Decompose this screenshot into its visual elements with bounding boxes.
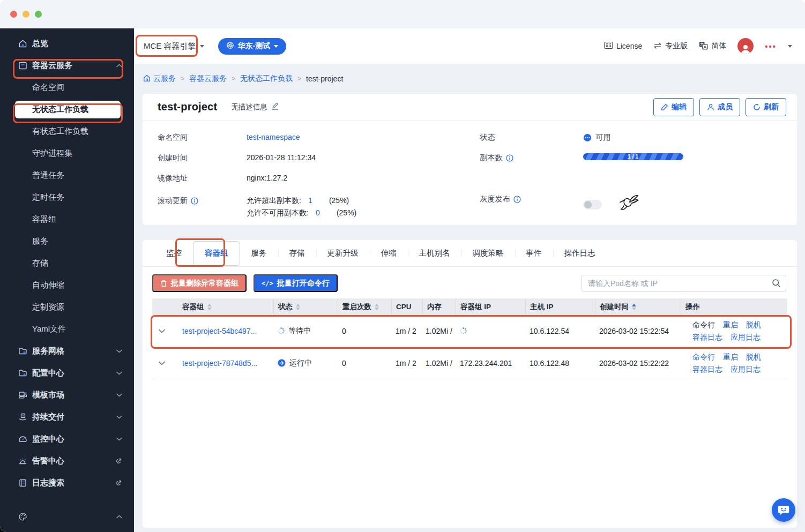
sidebar-item-services[interactable]: 服务 [0, 230, 134, 252]
sidebar-item-custom-resources[interactable]: 定制资源 [0, 296, 134, 318]
pod-restarts: 0 [338, 327, 391, 335]
row-expander[interactable] [152, 361, 172, 365]
monitor-icon [18, 434, 27, 444]
namespace-link[interactable]: test-namespace [247, 133, 300, 141]
external-link-icon [115, 479, 122, 486]
tab-operation-logs[interactable]: 操作日志 [553, 240, 607, 267]
replicas-count: 1 / 1 [628, 153, 638, 160]
column-header-status[interactable]: 状态 [273, 298, 338, 315]
tab-monitoring[interactable]: 监控 [155, 240, 193, 267]
refresh-button[interactable]: 刷新 [746, 98, 786, 116]
table-row: test-project-78748d5... 运行中 0 1m / 2 1.0… [152, 347, 787, 379]
column-header-created[interactable]: 创建时间 [595, 298, 681, 315]
tab-upgrade[interactable]: 更新升级 [316, 240, 370, 267]
tab-events[interactable]: 事件 [515, 240, 553, 267]
breadcrumb-separator: > [297, 75, 301, 83]
max-unavailable-value[interactable]: 0 [309, 208, 327, 218]
batch-delete-button[interactable]: 批量删除异常容器组 [152, 274, 247, 292]
members-button[interactable]: 成员 [699, 98, 740, 116]
image-label: 镜像地址 [143, 174, 247, 183]
action-app-log[interactable]: 应用日志 [731, 332, 761, 342]
action-restart[interactable]: 重启 [723, 351, 738, 362]
action-offline[interactable]: 脱机 [746, 351, 761, 362]
column-label: 容器组 [182, 302, 204, 312]
pod-ip: 172.23.244.201 [456, 359, 525, 368]
sidebar-item-cronjob[interactable]: 定时任务 [0, 186, 134, 208]
action-restart[interactable]: 重启 [723, 319, 738, 330]
breadcrumb-current: test-project [306, 74, 343, 83]
chevron-up-icon[interactable] [116, 515, 122, 519]
sidebar-item-monitor-center[interactable]: 监控中心 [0, 428, 134, 450]
sidebar-item-label: 配置中心 [32, 368, 64, 378]
tab-scheduling-policy[interactable]: 调度策略 [461, 240, 515, 267]
info-icon[interactable] [191, 197, 198, 205]
minimize-window-button[interactable] [23, 11, 29, 18]
action-terminal[interactable]: 命令行 [692, 351, 715, 362]
tab-pods[interactable]: 容器组 [193, 241, 240, 266]
batch-terminal-button[interactable]: </> 批量打开命令行 [254, 274, 338, 292]
sidebar-item-label: 无状态工作负载 [32, 104, 88, 115]
pod-name-link[interactable]: test-project-78748d5... [182, 359, 257, 368]
avatar[interactable] [737, 38, 754, 54]
sidebar-item-template-market[interactable]: 模板市场 [0, 384, 134, 406]
action-container-log[interactable]: 容器日志 [692, 364, 722, 374]
sidebar-item-continuous-delivery[interactable]: 持续交付 [0, 406, 134, 428]
info-icon[interactable] [506, 154, 513, 162]
sidebar-item-daemonset[interactable]: 守护进程集 [0, 143, 134, 164]
sort-icon[interactable] [375, 304, 379, 310]
sidebar-collapse-row[interactable] [0, 506, 134, 528]
sort-icon[interactable] [207, 304, 212, 310]
column-header-restarts[interactable]: 重启次数 [338, 298, 391, 315]
sidebar-item-namespace[interactable]: 命名空间 [0, 77, 134, 99]
sidebar-item-overview[interactable]: 总览 [0, 33, 134, 55]
sidebar-item-pods[interactable]: 容器组 [0, 208, 134, 230]
action-offline[interactable]: 脱机 [746, 319, 761, 330]
support-chat-button[interactable] [772, 498, 795, 522]
sidebar-item-stateless-workload[interactable]: 无状态工作负载 [15, 101, 121, 118]
breadcrumb-item-stateless-workload[interactable]: 无状态工作负载 [240, 74, 293, 84]
pod-search-input[interactable] [582, 275, 786, 292]
sidebar-item-service-mesh[interactable]: 服务网格 [0, 340, 134, 362]
sort-icon[interactable] [296, 304, 300, 310]
product-menu[interactable]: MCE 容器引擎 [138, 37, 208, 56]
row-expander[interactable] [152, 329, 172, 333]
tab-storage[interactable]: 存储 [278, 240, 316, 267]
sidebar-item-storage[interactable]: 存储 [0, 252, 134, 274]
close-window-button[interactable] [10, 11, 17, 18]
edit-button[interactable]: 编辑 [653, 98, 694, 116]
breadcrumb-item-container-cloud[interactable]: 容器云服务 [189, 74, 227, 84]
sidebar-item-log-search[interactable]: 日志搜索 [0, 472, 134, 494]
sidebar-item-config-center[interactable]: 配置中心 [0, 362, 134, 384]
replicas-progress-bar: 1 / 1 [583, 153, 683, 160]
license-link[interactable]: License [604, 41, 642, 51]
sidebar-item-job[interactable]: 普通任务 [0, 164, 134, 186]
tab-services[interactable]: 服务 [240, 240, 278, 267]
sidebar-item-autoscaling[interactable]: 自动伸缩 [0, 274, 134, 296]
created-time-value: 2026-01-28 11:12:34 [247, 153, 316, 162]
tab-scaling[interactable]: 伸缩 [370, 240, 408, 267]
language-switch[interactable]: 简体 [699, 41, 726, 51]
column-header-pod[interactable]: 容器组 [172, 298, 273, 315]
sidebar-item-stateful-workload[interactable]: 有状态工作负载 [0, 121, 134, 143]
table-row: test-project-54bc497... 等待中 0 1m / 2 1.0… [152, 315, 787, 347]
more-menu-dots[interactable]: ••• [765, 42, 777, 51]
tab-host-alias[interactable]: 主机别名 [408, 240, 461, 267]
chevron-down-icon[interactable] [788, 45, 792, 48]
breadcrumb-home[interactable]: 云服务 [143, 74, 176, 84]
sort-icon-active[interactable] [632, 304, 636, 310]
action-container-log[interactable]: 容器日志 [692, 332, 722, 342]
max-surge-value[interactable]: 1 [301, 196, 319, 206]
info-icon[interactable] [513, 196, 521, 203]
sidebar-item-label: 告警中心 [32, 456, 64, 466]
search-icon[interactable] [772, 279, 781, 290]
cluster-selector[interactable]: 华东-测试 [218, 38, 287, 55]
pod-name-link[interactable]: test-project-54bc497... [182, 327, 257, 335]
sidebar-item-container-cloud[interactable]: 容器云服务 [0, 55, 134, 77]
edit-description-icon[interactable] [271, 102, 279, 112]
edition-switch[interactable]: 专业版 [653, 41, 688, 51]
maximize-window-button[interactable] [35, 11, 42, 18]
gray-release-toggle[interactable] [583, 200, 602, 209]
sidebar-item-yaml-files[interactable]: Yaml文件 [0, 318, 134, 340]
action-app-log[interactable]: 应用日志 [731, 364, 761, 374]
sidebar-item-alert-center[interactable]: 告警中心 [0, 450, 134, 472]
